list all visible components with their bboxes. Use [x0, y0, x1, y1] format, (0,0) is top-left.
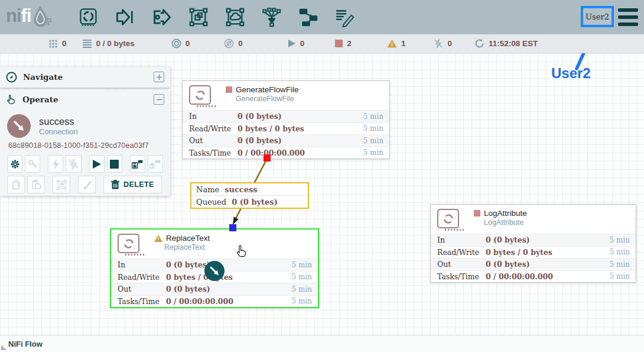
- stop-button[interactable]: [107, 155, 122, 173]
- stat-row-tasks: Tasks/Time 0 / 00:00:00.000 5 min: [183, 147, 389, 159]
- funnel-icon[interactable]: [262, 7, 282, 28]
- stat-label: Read/Write: [183, 124, 238, 133]
- global-menu-icon[interactable]: [618, 8, 638, 26]
- process-group-icon[interactable]: [188, 7, 209, 28]
- stat-window: 5 min: [355, 137, 389, 145]
- stat-label: Out: [111, 285, 166, 293]
- connection-name-row: Name success: [191, 183, 308, 196]
- transmitting-count: 0: [186, 39, 190, 48]
- processor-stamp-icon: [437, 209, 459, 228]
- change-color-button[interactable]: [78, 176, 96, 193]
- stat-value: 0 (0 bytes): [238, 136, 355, 145]
- processor-generateflowfile[interactable]: GenerateFlowFile GenerateFlowFile In 0 (…: [182, 80, 390, 159]
- processor-stamp-icon: [118, 234, 139, 253]
- processor-logattribute[interactable]: LogAttribute LogAttribute In 0 (0 bytes)…: [430, 204, 636, 283]
- breadcrumb-resize-handle[interactable]: [1, 345, 6, 350]
- stat-row-out: Out 0 (0 bytes) 5 min: [183, 134, 389, 147]
- stat-window: 5 min: [284, 285, 318, 293]
- access-policies-button[interactable]: [25, 155, 40, 173]
- warning-count: 1: [401, 39, 406, 48]
- configure-button[interactable]: [7, 155, 22, 173]
- stat-label: Out: [431, 260, 486, 269]
- not-transmitting-count: 0: [238, 39, 243, 48]
- logo-text-ni: ni: [6, 5, 21, 27]
- queued-list-icon: [82, 39, 92, 48]
- processor-icon[interactable]: [79, 7, 99, 28]
- processor-type: LogAttribute: [484, 218, 527, 227]
- nifi-drop-icon: [31, 4, 51, 28]
- trash-icon: [111, 180, 119, 189]
- stat-label: In: [431, 235, 486, 244]
- not-transmitting-icon: [224, 38, 234, 49]
- navigate-expand-button[interactable]: [154, 72, 164, 82]
- stat-label: Tasks/Time: [431, 272, 486, 281]
- processor-type: ReplaceText: [164, 243, 210, 251]
- invalid-warning-icon: [154, 235, 162, 242]
- template-icon[interactable]: [298, 7, 318, 28]
- running-icon: [288, 39, 296, 48]
- stat-row-out: Out 0 (0 bytes) 5 min: [431, 258, 636, 270]
- delete-label: DELETE: [123, 180, 154, 189]
- top-toolbar: nifi: [0, 0, 644, 34]
- stat-row-readwrite: Read/Write 0 bytes / 0 bytes 5 min: [183, 122, 389, 135]
- label-icon[interactable]: [335, 7, 355, 28]
- create-template-button[interactable]: [130, 155, 145, 173]
- stopped-state-icon: [226, 86, 232, 93]
- input-port-icon[interactable]: [115, 7, 135, 28]
- stat-value: 0 (0 bytes): [166, 260, 284, 269]
- output-port-icon[interactable]: [152, 7, 172, 28]
- transmitting-status: 0: [171, 38, 190, 49]
- processor-type: GenerateFlowFile: [236, 95, 299, 103]
- stat-value: 0 bytes / 0 bytes: [238, 124, 355, 133]
- navigate-palette: Navigate: [0, 67, 170, 88]
- stopped-state-icon: [474, 210, 480, 217]
- start-button[interactable]: [89, 155, 105, 173]
- stat-value: 0 bytes / 0 bytes: [486, 248, 601, 257]
- stat-value: 0 (0 bytes): [486, 235, 601, 244]
- component-toolbar: [79, 7, 355, 28]
- stat-window: 5 min: [601, 236, 636, 244]
- logo-text-fi: fi: [21, 5, 31, 27]
- stopped-status: 2: [335, 39, 352, 48]
- current-user-button[interactable]: User2: [581, 6, 614, 27]
- upload-template-button[interactable]: [148, 155, 163, 173]
- selection-id: 68c89018-0158-1000-f351-29cd70ea03f7: [8, 141, 163, 150]
- status-bar: 0 0 / 0 bytes 0 0: [0, 34, 644, 53]
- operate-title: Operate: [22, 95, 154, 104]
- warning-status: ! 1: [387, 39, 406, 48]
- delete-button[interactable]: DELETE: [103, 176, 162, 193]
- connection-queued-key: Queued: [196, 198, 226, 206]
- remote-process-group-icon[interactable]: [225, 7, 245, 28]
- stopped-icon: [335, 40, 343, 47]
- breadcrumb-root[interactable]: NiFi Flow: [8, 340, 43, 348]
- operate-collapse-button[interactable]: [154, 94, 164, 105]
- connection-name-value: success: [225, 185, 258, 194]
- operate-palette: Operate success Connection 68c89018-0158…: [0, 89, 170, 196]
- processor-header: GenerateFlowFile GenerateFlowFile: [183, 81, 389, 110]
- disable-button[interactable]: [66, 155, 81, 173]
- stat-value: 0 / 00:00:00.000: [166, 297, 284, 306]
- stat-window: 5 min: [601, 260, 636, 269]
- stopped-count: 2: [347, 39, 352, 48]
- stat-value: 0 bytes / 0 bytes: [166, 273, 284, 282]
- stat-row-readwrite: Read/Write 0 bytes / 0 bytes 5 min: [431, 246, 636, 259]
- stat-value: 0 / 00:00:00.000: [238, 148, 355, 157]
- stat-label: Tasks/Time: [111, 297, 166, 306]
- stat-label: Read/Write: [111, 273, 166, 282]
- mouse-cursor-hand: [235, 244, 248, 261]
- enable-button[interactable]: [48, 155, 63, 173]
- paste-button[interactable]: [27, 176, 45, 193]
- stat-value: 0 (0 bytes): [238, 112, 355, 121]
- active-threads-status: 0: [48, 39, 67, 49]
- processor-header: ReplaceText ReplaceText: [111, 230, 318, 259]
- stat-window: 5 min: [284, 273, 318, 281]
- connection-label[interactable]: Name success Queued 0 (0 bytes): [190, 182, 309, 209]
- connect-drag-badge: [204, 261, 225, 281]
- disabled-status: 0: [434, 38, 452, 49]
- group-button[interactable]: [53, 176, 70, 193]
- queued-status: 0 / 0 bytes: [82, 39, 135, 48]
- refresh-icon[interactable]: [474, 38, 484, 49]
- stat-label: In: [111, 260, 166, 269]
- copy-button[interactable]: [7, 176, 25, 193]
- stat-row-tasks: Tasks/Time 0 / 00:00:00.000 5 min: [431, 270, 636, 283]
